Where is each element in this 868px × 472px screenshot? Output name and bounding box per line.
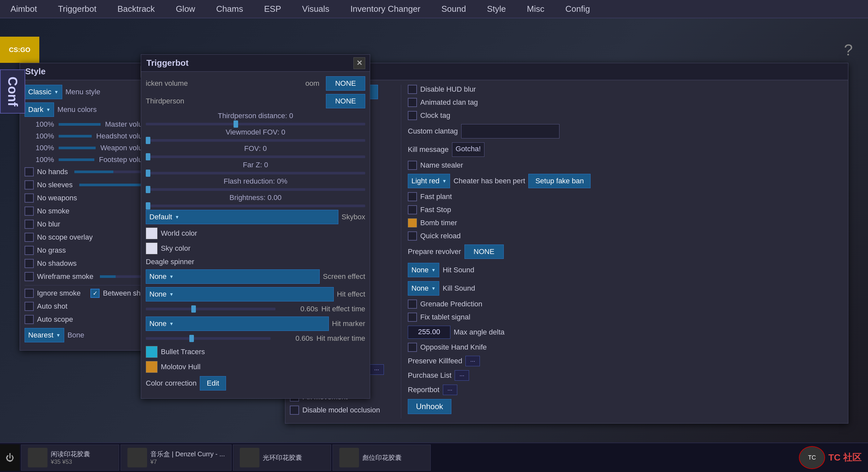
menu-config[interactable]: Config [561, 2, 594, 16]
offscreen-enemies-dots[interactable]: ··· [370, 364, 384, 375]
setup-fake-ban-btn[interactable]: Setup fake ban [528, 174, 591, 188]
room-none-btn[interactable]: NONE [326, 76, 365, 91]
kill-sound-dropdown[interactable]: None ▼ [408, 281, 439, 296]
thirdperson-slider[interactable] [146, 123, 365, 125]
light-red-dropdown[interactable]: Light red ▼ [408, 174, 450, 188]
skybox-label: Skybox [342, 213, 365, 221]
preserve-killfeed-dots[interactable]: ··· [465, 356, 480, 366]
grenade-prediction-label: Grenade Prediction [420, 300, 483, 308]
disable-hud-blur-checkbox[interactable] [408, 85, 417, 94]
taskbar-item-2[interactable]: 音乐盒 | Denzel Curry - ... ¥7 [121, 444, 231, 471]
triggerbot-close[interactable]: ✕ [353, 57, 365, 69]
menu-sound[interactable]: Sound [438, 2, 470, 16]
opposite-hand-knife-checkbox[interactable] [408, 343, 417, 352]
no-blur-checkbox[interactable] [25, 220, 34, 229]
no-shadows-checkbox[interactable] [25, 259, 34, 268]
reportbot-dots[interactable]: ··· [443, 384, 457, 395]
name-stealer-checkbox[interactable] [408, 161, 417, 170]
menu-style-dropdown[interactable]: Classic ▼ [25, 85, 62, 99]
menu-style[interactable]: Style [483, 2, 510, 16]
bone-label: Bone [67, 331, 133, 339]
menu-colors-label: Menu colors [57, 105, 123, 114]
bomb-timer-color[interactable] [408, 218, 417, 228]
conf-button[interactable]: Conf [0, 69, 25, 113]
menu-triggerbot[interactable]: Triggerbot [54, 2, 100, 16]
screen-effect-dropdown[interactable]: None ▼ [146, 269, 320, 284]
quick-reload-label: Quick reload [420, 232, 461, 240]
brightness-slider[interactable] [146, 205, 365, 207]
no-hands-checkbox[interactable] [25, 167, 34, 176]
edit-btn[interactable]: Edit [200, 376, 226, 391]
power-btn[interactable]: ⏻ [0, 444, 20, 471]
preserve-killfeed-row: Preserve Killfeed ··· [408, 356, 843, 366]
viewmodel-fov-slider[interactable] [146, 139, 365, 142]
far-z-slider[interactable] [146, 172, 365, 174]
no-smoke-checkbox[interactable] [25, 206, 34, 216]
sky-color-swatch[interactable] [146, 242, 158, 254]
hit-marker-time-slider[interactable] [146, 337, 271, 340]
animated-clan-tag-checkbox[interactable] [408, 98, 417, 107]
ignore-smoke-checkbox[interactable] [25, 289, 34, 298]
hit-marker-dropdown[interactable]: None ▼ [146, 316, 329, 331]
fov-text: FOV: 0 [146, 144, 365, 153]
grenade-prediction-checkbox[interactable] [408, 300, 417, 309]
quick-reload-checkbox[interactable] [408, 231, 417, 241]
prepare-revolver-btn[interactable]: NONE [464, 244, 504, 259]
triggerbot-content: icken volume oom NONE Thirdperson NONE T… [141, 72, 370, 398]
world-color-swatch[interactable] [146, 228, 158, 239]
hit-sound-dropdown[interactable]: None ▼ [408, 263, 439, 277]
menu-esp[interactable]: ESP [260, 2, 285, 16]
custom-clantag-input[interactable] [461, 124, 559, 138]
weapon-volume-slider[interactable] [59, 147, 96, 149]
custom-clantag-label: Custom clantag [408, 127, 458, 136]
bone-arrow: ▼ [56, 333, 61, 338]
master-volume-slider[interactable] [59, 123, 100, 126]
menu-backtrack[interactable]: Backtrack [113, 2, 158, 16]
help-button[interactable]: ? [835, 37, 862, 63]
fov-slider[interactable] [146, 156, 365, 158]
menu-glow[interactable]: Glow [172, 2, 199, 16]
skybox-dropdown[interactable]: Default ▼ [146, 210, 338, 224]
menu-chams[interactable]: Chams [212, 2, 247, 16]
unhook-button[interactable]: Unhook [408, 399, 452, 414]
menu-aimbot[interactable]: Aimbot [6, 2, 41, 16]
prepare-revolver-row: Prepare revolver NONE [408, 244, 843, 259]
hit-effect-time-slider[interactable] [146, 308, 276, 310]
clock-tag-checkbox[interactable] [408, 111, 417, 120]
footstep-volume-slider[interactable] [59, 159, 94, 161]
hit-effect-dropdown[interactable]: None ▼ [146, 287, 334, 301]
menu-misc[interactable]: Misc [523, 2, 548, 16]
far-z-text: Far Z: 0 [146, 161, 365, 169]
taskbar-item-1[interactable]: 闲读印花胶囊 ¥35 ¥53 [21, 444, 119, 471]
bullet-tracers-color[interactable] [146, 346, 158, 358]
menu-visuals[interactable]: Visuals [298, 2, 333, 16]
taskbar-item-4[interactable]: 彪位印花胶囊 [333, 444, 431, 471]
no-sleeves-checkbox[interactable] [25, 180, 34, 190]
menu-inventory-changer[interactable]: Inventory Changer [346, 2, 425, 16]
disable-model-occlusion-checkbox[interactable] [290, 406, 299, 415]
thirdperson-none-btn[interactable]: NONE [326, 94, 365, 108]
between-shots-checkbox[interactable] [90, 289, 100, 298]
no-weapons-checkbox[interactable] [25, 194, 34, 203]
fast-stop-checkbox[interactable] [408, 205, 417, 214]
molotov-hull-color[interactable] [146, 361, 158, 373]
no-grass-checkbox[interactable] [25, 246, 34, 255]
thirdperson-row: Thirdperson NONE [146, 94, 365, 108]
auto-shot-checkbox[interactable] [25, 302, 34, 311]
bone-dropdown[interactable]: Nearest ▼ [25, 328, 64, 342]
tc-logo-text: TC 社区 [828, 451, 862, 464]
no-scope-overlay-checkbox[interactable] [25, 233, 34, 242]
kill-message-input[interactable]: Gotcha! [452, 142, 485, 157]
wireframe-smoke-checkbox[interactable] [25, 272, 34, 281]
headshot-volume-slider[interactable] [59, 135, 92, 137]
flash-reduction-slider[interactable] [146, 188, 365, 191]
taskbar-icon-1 [28, 448, 48, 467]
menu-colors-dropdown[interactable]: Dark ▼ [25, 102, 54, 117]
max-angle-input[interactable]: 255.00 [408, 326, 451, 339]
purchase-list-dots[interactable]: ··· [455, 370, 469, 381]
fix-tablet-signal-checkbox[interactable] [408, 313, 417, 322]
fast-plant-checkbox[interactable] [408, 192, 417, 201]
auto-scope-checkbox[interactable] [25, 315, 34, 324]
taskbar-text-1: 闲读印花胶囊 ¥35 ¥53 [51, 450, 90, 466]
taskbar-item-3[interactable]: 光环印花胶囊 [233, 444, 331, 471]
